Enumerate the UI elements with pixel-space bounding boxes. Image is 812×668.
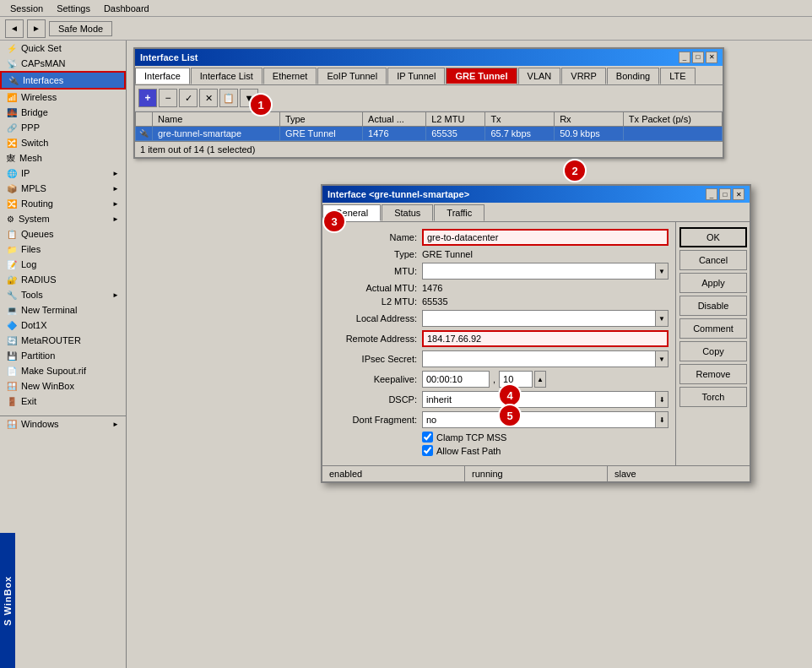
allow-fast-path-label[interactable]: Allow Fast Path (436, 446, 501, 456)
minimize-button[interactable]: _ (679, 52, 690, 63)
copy-button[interactable]: Copy (679, 341, 747, 361)
remove-button[interactable]: − (159, 89, 177, 107)
mtu-dropdown[interactable]: ▼ (655, 263, 669, 280)
add-button[interactable]: + (138, 89, 157, 107)
sidebar-item-dot1x[interactable]: 🔷 Dot1X (0, 318, 126, 333)
dont-fragment-input[interactable] (422, 411, 669, 428)
sidebar-item-queues[interactable]: 📋 Queues (0, 226, 126, 242)
copy-row-button[interactable]: 📋 (219, 89, 238, 107)
maximize-button[interactable]: □ (692, 52, 704, 63)
table-row[interactable]: 🔌 gre-tunnel-smartape GRE Tunnel 1476 65… (136, 127, 723, 141)
dscp-input[interactable] (422, 391, 669, 408)
ipsec-dropdown[interactable]: ▼ (655, 350, 669, 367)
col-actual[interactable]: Actual ... (363, 112, 426, 127)
remove-button[interactable]: Remove (679, 364, 747, 384)
col-l2mtu[interactable]: L2 MTU (426, 112, 485, 127)
apply-button[interactable]: Apply (679, 273, 747, 293)
sidebar-item-quickset[interactable]: ⚡ Quick Set (0, 41, 126, 56)
local-addr-input[interactable] (422, 310, 669, 327)
sidebar-item-system[interactable]: ⚙ System ► (0, 211, 126, 226)
remote-addr-input[interactable] (422, 330, 669, 347)
comment-button[interactable]: Comment (679, 318, 747, 339)
ok-button[interactable]: OK (679, 227, 747, 247)
sidebar-item-radius[interactable]: 🔐 RADIUS (0, 272, 126, 287)
tab-vrrp[interactable]: VRRP (561, 68, 606, 84)
dont-fragment-dropdown[interactable]: ⬇ (655, 411, 669, 428)
forward-button[interactable]: ► (27, 19, 46, 38)
sidebar-item-ip[interactable]: 🌐 IP ► (0, 166, 126, 181)
sidebar-item-newwinbox[interactable]: 🪟 New WinBox (0, 378, 126, 394)
sidebar-item-bridge[interactable]: 🌉 Bridge (0, 105, 126, 120)
clamp-tcp-checkbox[interactable] (422, 432, 433, 443)
sidebar-item-terminal[interactable]: 💻 New Terminal (0, 302, 126, 318)
tab-ethernet[interactable]: Ethernet (263, 68, 317, 84)
sidebar-item-switch[interactable]: 🔀 Switch (0, 135, 126, 150)
tab-gre-tunnel[interactable]: GRE Tunnel (446, 68, 517, 84)
ipsec-input[interactable] (422, 350, 669, 367)
dialog-tab-general[interactable]: General (322, 204, 381, 221)
local-addr-dropdown[interactable]: ▼ (655, 310, 669, 327)
col-name[interactable]: Name (153, 112, 280, 127)
torch-button[interactable]: Torch (679, 387, 747, 407)
tab-eoip[interactable]: EoIP Tunnel (317, 68, 387, 84)
keepalive-up[interactable]: ▲ (534, 371, 546, 388)
sidebar-item-mesh[interactable]: 🕸 Mesh (0, 150, 126, 166)
sidebar-item-interfaces[interactable]: 🔌 Interfaces (0, 71, 126, 90)
dialog-minimize[interactable]: _ (706, 188, 717, 200)
tab-lte[interactable]: LTE (660, 68, 695, 84)
menu-session[interactable]: Session (3, 2, 50, 15)
sidebar-item-metarouter[interactable]: 🔄 MetaROUTER (0, 333, 126, 348)
col-tx[interactable]: Tx (485, 112, 555, 127)
sidebar-item-mpls[interactable]: 📦 MPLS ► (0, 181, 126, 196)
name-input[interactable] (422, 229, 669, 246)
sidebar-item-wireless[interactable]: 📶 Wireless (0, 90, 126, 105)
tab-interface-list[interactable]: Interface List (191, 68, 263, 84)
clamp-tcp-label[interactable]: Clamp TCP MSS (436, 432, 506, 443)
sidebar-item-supout[interactable]: 📄 Make Supout.rif (0, 363, 126, 378)
sidebar-item-partition[interactable]: 💾 Partition (0, 348, 126, 363)
sidebar-item-label: Make Supout.rif (21, 366, 86, 376)
interfaces-table: Name Type Actual ... L2 MTU Tx Rx Tx Pac… (135, 111, 723, 141)
x-button[interactable]: ✕ (199, 89, 218, 107)
sidebar-item-routing[interactable]: 🔀 Routing ► (0, 196, 126, 211)
dialog-tab-traffic[interactable]: Traffic (434, 204, 484, 221)
dscp-dropdown[interactable]: ⬇ (655, 391, 669, 408)
tab-ip-tunnel[interactable]: IP Tunnel (387, 68, 445, 84)
allow-fast-path-checkbox[interactable] (422, 445, 433, 456)
disable-button[interactable]: Disable (679, 296, 747, 316)
check-button[interactable]: ✓ (179, 89, 198, 107)
status-enabled: enabled (322, 466, 465, 481)
tools-arrow-icon: ► (112, 291, 119, 299)
name-row: Name: (329, 229, 669, 246)
close-button[interactable]: ✕ (706, 52, 717, 63)
dont-fragment-row: Dont Fragment: ⬇ (329, 411, 669, 428)
keepalive-retries[interactable] (499, 371, 533, 388)
back-button[interactable]: ◄ (5, 19, 24, 38)
col-type[interactable]: Type (279, 112, 362, 127)
sidebar-item-log[interactable]: 📝 Log (0, 257, 126, 272)
menu-settings[interactable]: Settings (50, 2, 97, 15)
tab-vlan[interactable]: VLAN (518, 68, 561, 84)
mtu-input[interactable] (422, 263, 669, 280)
tab-interface[interactable]: Interface (135, 68, 190, 84)
cancel-button[interactable]: Cancel (679, 250, 747, 270)
tab-bonding[interactable]: Bonding (607, 68, 659, 84)
sidebar-item-ppp[interactable]: 🔗 PPP (0, 120, 126, 135)
sidebar-item-windows[interactable]: 🪟 Windows ► (0, 416, 126, 432)
sidebar-item-files[interactable]: 📁 Files (0, 242, 126, 257)
col-txpkt[interactable]: Tx Packet (p/s) (623, 112, 722, 127)
sidebar-item-exit[interactable]: 🚪 Exit (0, 394, 126, 409)
sidebar-item-label: Mesh (19, 153, 42, 163)
filter-button[interactable]: ▼ (240, 89, 258, 107)
safe-mode-button[interactable]: Safe Mode (49, 21, 112, 36)
keepalive-input[interactable] (422, 371, 490, 388)
dialog-tab-status[interactable]: Status (382, 204, 433, 221)
quickset-icon: ⚡ (7, 44, 17, 53)
sidebar-item-tools[interactable]: 🔧 Tools ► (0, 287, 126, 302)
dialog-close[interactable]: ✕ (733, 188, 744, 200)
dialog-maximize[interactable]: □ (719, 188, 731, 200)
menu-dashboard[interactable]: Dashboard (97, 2, 156, 15)
menubar: Session Settings Dashboard (0, 0, 812, 17)
sidebar-item-capsman[interactable]: 📡 CAPsMAN (0, 56, 126, 71)
col-rx[interactable]: Rx (555, 112, 624, 127)
